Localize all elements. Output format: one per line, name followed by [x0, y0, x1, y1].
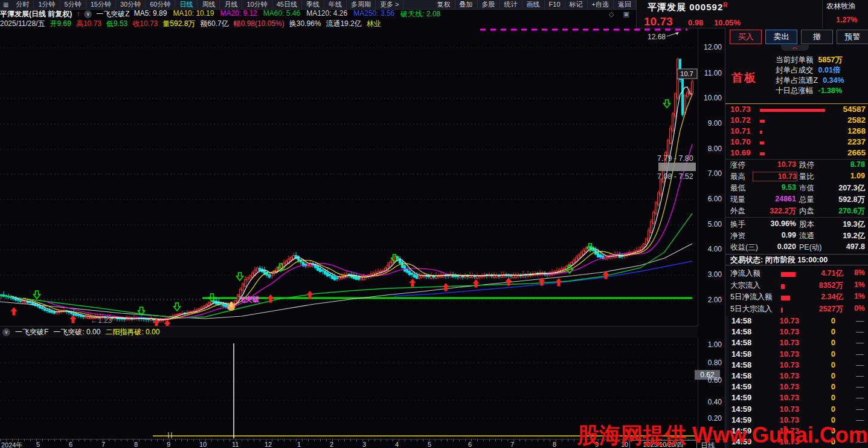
menu-right-group: 复权叠加多股统计画线F10标记+自选返回 [433, 0, 636, 9]
ma-label-0: MA5: 9.89 [134, 9, 167, 19]
main-indicator-name[interactable]: 一飞突破Z [96, 9, 129, 19]
menu-right-item-4[interactable]: 画线 [522, 0, 545, 9]
menu-right-item-3[interactable]: 统计 [500, 0, 522, 9]
flow-label: 5日大宗流入 [730, 304, 772, 314]
candlesticks [1, 57, 693, 323]
menu-item-11[interactable]: 季线 [302, 0, 324, 9]
tick-time: 14:58 [731, 316, 751, 325]
menu-right-item-5[interactable]: F10 [545, 0, 565, 9]
ohlc-field-9: 流通19.2亿 [326, 19, 361, 29]
main-chart-pane[interactable]: 12.6810.77.79 - 7.807.08 - 7.52←1.23飞突破 [0, 28, 698, 326]
month-label-5: 9 [167, 441, 170, 448]
sell-arrow-icon [664, 100, 670, 108]
menu-right-item-7[interactable]: +自选 [588, 0, 614, 9]
alert-button[interactable]: 预警 [837, 30, 868, 44]
breakout-annotation: 飞突破 [238, 295, 260, 304]
menu-right-item-6[interactable]: 标记 [565, 0, 588, 9]
menu-item-14[interactable]: 更多 > [376, 0, 403, 9]
stat-label: 净资 [730, 231, 745, 241]
stat-value: 592.8万 [838, 195, 865, 205]
ohlc-field-8: 换30.96% [289, 19, 321, 29]
stat-label: 量比 [799, 172, 814, 182]
menu-item-5[interactable]: 60分钟 [146, 0, 175, 9]
menu-item-8[interactable]: 月线 [220, 0, 242, 9]
sector-name: 农林牧渔 [826, 1, 855, 11]
price-change: 0.98 [688, 18, 703, 27]
menu-right-item-2[interactable]: 多股 [478, 0, 500, 9]
menu-right-item-1[interactable]: 叠加 [455, 0, 478, 9]
stock-code: 000592 [689, 2, 723, 12]
stat-value: 30.96% [753, 219, 796, 228]
tick-direction: — [856, 371, 864, 380]
tick-row-4: 14:5810.730— [725, 360, 868, 371]
flow-label: 大宗流入 [730, 281, 760, 291]
menu-item-10[interactable]: 45日线 [272, 0, 302, 9]
book-row-2[interactable]: 10.711268 [725, 126, 868, 137]
buy-arrow-icon [443, 283, 449, 291]
tick-time: 14:59 [731, 393, 751, 402]
tick-volume: 0 [816, 316, 835, 325]
sub-indicator-name[interactable]: 一飞突破F [15, 327, 48, 337]
tick-price: 10.73 [769, 393, 799, 402]
menu-item-6[interactable]: 日线 [175, 0, 198, 9]
flow-bar [781, 272, 796, 277]
menu-item-0[interactable]: 分时 [11, 0, 34, 9]
collapse-pill[interactable]: ︿ [781, 45, 809, 51]
menu-right-item-8[interactable]: 返回 [614, 0, 636, 9]
buy-button[interactable]: 买入 [730, 30, 762, 44]
sector-cell[interactable]: 农林牧渔 1.27% [822, 0, 868, 28]
menu-item-2[interactable]: 5分钟 [60, 0, 86, 9]
menu-item-12[interactable]: 年线 [324, 0, 347, 9]
tick-volume: 0 [816, 360, 835, 369]
menu-item-9[interactable]: 10分钟 [242, 0, 272, 9]
price-axis-label-10: 2.00 [696, 296, 722, 304]
sub-axis-label-0: 1.00 [696, 340, 722, 349]
collapse-sub-icon[interactable]: ∨ [2, 328, 10, 336]
collapse-main-icon[interactable]: ∨ [84, 10, 92, 18]
price-axis-label-8: 4.00 [696, 245, 722, 253]
stat-value: 19.3亿 [843, 219, 865, 230]
flow-bar [781, 308, 783, 313]
flow-percent: 8% [854, 268, 865, 277]
sell-button[interactable]: 卖出 [765, 30, 797, 44]
seal-label: 封单占流通Z [776, 76, 818, 85]
month-label-11: 3 [362, 441, 366, 448]
buy-arrow-icon [11, 307, 18, 316]
menu-item-4[interactable]: 30分钟 [116, 0, 146, 9]
menu-item-13[interactable]: 多周期 [347, 0, 376, 9]
stat-label: 市值 [799, 183, 814, 193]
book-row-0[interactable]: 10.7354587 [725, 105, 868, 115]
flow-row-1: 大宗流入8352万1% [725, 281, 868, 292]
ma-legend: MA5: 9.89MA10: 10.19MA20: 9.12MA60: 5.46… [134, 9, 441, 19]
grid-icon[interactable]: ▦ [0, 1, 11, 8]
sub-value-1: 一飞突破: 0.00 [53, 327, 100, 337]
price-axis-label-3: 9.00 [696, 119, 722, 128]
trade-buttons: 买入 卖出 撤 预警 [730, 30, 868, 44]
trading-app-window: ▦ 分时1分钟5分钟15分钟30分钟60分钟日线周线月线10分钟45日线季线年线… [0, 0, 868, 448]
menu-right-item-0[interactable]: 复权 [433, 0, 455, 9]
book-row-3[interactable]: 10.702237 [725, 137, 868, 148]
stats-row-0: 涨停10.73跌停8.78 [725, 160, 868, 172]
price-change-percent: 10.05% [714, 18, 741, 27]
flow-value: 8352万 [819, 281, 843, 291]
flow-value: 2527万 [819, 304, 843, 314]
menu-item-3[interactable]: 15分钟 [86, 0, 116, 9]
stat-value: 270.6万 [838, 206, 865, 216]
flow-value: 4.71亿 [821, 268, 843, 279]
low-annotation: ←1.23 [91, 316, 112, 325]
month-label-13: 5 [428, 441, 431, 448]
cancel-order-button[interactable]: 撤 [801, 30, 833, 44]
seal-value: 0.01倍 [818, 66, 841, 74]
stats-row-4: 外盘322.2万内盘270.6万 [725, 206, 868, 218]
month-label-10: 2 [330, 441, 333, 448]
seal-row-3: 十日总涨幅-1.38% [776, 86, 842, 96]
month-label-2: 6 [69, 441, 72, 448]
menu-item-7[interactable]: 周线 [198, 0, 220, 9]
book-row-4[interactable]: 10.692665 [725, 148, 868, 159]
menu-left-group: 分时1分钟5分钟15分钟30分钟60分钟日线周线月线10分钟45日线季线年线多周… [11, 0, 403, 9]
menu-item-1[interactable]: 1分钟 [34, 0, 60, 9]
tick-time: 14:58 [731, 327, 751, 336]
book-row-1[interactable]: 10.722582 [725, 115, 868, 126]
stats-row-7: 收益(三)0.020PE(动)497.8 [725, 242, 868, 254]
stat-label: 外盘 [730, 206, 745, 216]
